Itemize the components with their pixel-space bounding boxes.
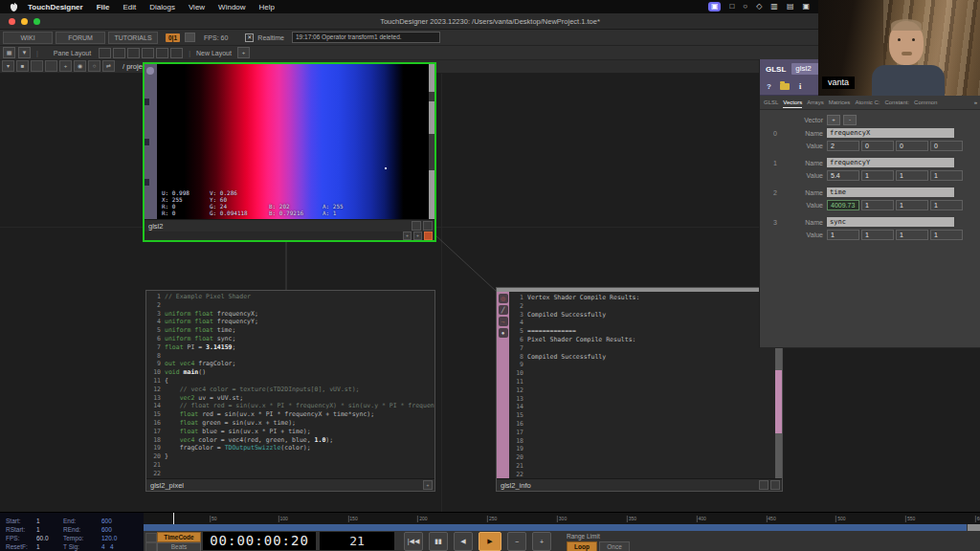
pane-dropdown-icon[interactable]: ▼ bbox=[18, 47, 31, 58]
range-end-handle[interactable] bbox=[967, 524, 980, 531]
record-icon[interactable]: ○ bbox=[743, 2, 747, 11]
menu-item-edit[interactable]: Edit bbox=[122, 3, 136, 11]
scroll-handle[interactable] bbox=[775, 370, 782, 433]
param-tab-matrices[interactable]: Matrices bbox=[829, 98, 851, 107]
param-value-field[interactable]: 0 bbox=[896, 141, 928, 151]
param-value-field[interactable]: 4009.73 bbox=[827, 200, 859, 210]
dropbox-icon[interactable]: ◇ bbox=[756, 2, 762, 11]
pane-split-horizontal-icon[interactable] bbox=[31, 60, 43, 72]
stack-icon[interactable]: ▤ bbox=[787, 2, 794, 11]
param-value-field[interactable]: 1 bbox=[861, 230, 894, 240]
units-cell-2[interactable] bbox=[145, 542, 157, 551]
param-tab-common[interactable]: Common bbox=[914, 98, 937, 107]
menu-item-view[interactable]: View bbox=[189, 3, 205, 11]
param-value-field[interactable]: 1 bbox=[896, 230, 928, 240]
node-glsl2-pixel-dat[interactable]: 1// Example Pixel Shader23uniform float … bbox=[145, 290, 435, 492]
param-value-field[interactable]: 1 bbox=[827, 230, 859, 240]
node-expand-icon[interactable]: + bbox=[423, 480, 433, 490]
loop-button[interactable]: Loop bbox=[567, 541, 597, 551]
param-value-field[interactable]: 1 bbox=[861, 170, 894, 181]
param-tab-atomicc[interactable]: Atomic C: bbox=[855, 98, 880, 107]
pane-grid-icon[interactable]: ▦ bbox=[3, 47, 15, 58]
viewer-active-flag-icon[interactable] bbox=[424, 231, 433, 240]
node-glsl2-info-dat[interactable]: ◎ ╱ → ● 1Vertex Shader Compile Results:2… bbox=[496, 287, 783, 492]
frame-display[interactable]: 21 bbox=[320, 532, 394, 550]
param-tab-constant[interactable]: Constant: bbox=[884, 98, 909, 107]
folder-icon[interactable] bbox=[780, 83, 790, 90]
search-icon[interactable]: ○ bbox=[88, 60, 100, 72]
layout-preset-2[interactable] bbox=[113, 48, 125, 58]
param-value-field[interactable]: 1 bbox=[930, 200, 963, 210]
bypass-flag-icon[interactable]: + bbox=[403, 231, 412, 240]
menu-item-window[interactable]: Window bbox=[218, 3, 245, 11]
screen-mirroring-icon[interactable]: ▣ bbox=[708, 2, 722, 11]
edit-flag-icon[interactable]: ╱ bbox=[499, 305, 508, 315]
vector-add-button[interactable]: + bbox=[827, 115, 840, 125]
top-viewer[interactable]: U: 0.998V: 0.286X: 255Y: 60R: 0G: 24B: 2… bbox=[145, 64, 434, 219]
node-resize-icon[interactable] bbox=[412, 221, 421, 231]
realtime-checkbox[interactable]: ✕ bbox=[245, 33, 254, 42]
step-forward-button[interactable]: + bbox=[532, 532, 551, 551]
glsl-gradient-output[interactable]: U: 0.998V: 0.286X: 255Y: 60R: 0G: 24B: 2… bbox=[157, 64, 428, 219]
pane-maximize-icon[interactable]: ■ bbox=[16, 60, 29, 72]
step-back-button[interactable]: − bbox=[507, 532, 526, 551]
menu-item-file[interactable]: File bbox=[97, 3, 110, 11]
lock-flag-icon[interactable]: + bbox=[413, 231, 422, 240]
param-value-field[interactable]: 0 bbox=[861, 141, 894, 151]
layout-preset-3[interactable] bbox=[127, 48, 140, 58]
pane-split-vertical-icon[interactable] bbox=[45, 60, 57, 72]
param-value-field[interactable]: 1 bbox=[896, 200, 928, 210]
param-name-input[interactable]: frequencyX bbox=[827, 128, 954, 138]
node-name-bar[interactable]: glsl2_pixel + bbox=[146, 478, 434, 491]
param-tab-[interactable]: » bbox=[974, 98, 977, 107]
param-tab-arrays[interactable]: Arrays bbox=[807, 98, 823, 107]
scroll-handle[interactable] bbox=[429, 134, 434, 170]
tab-tutorials[interactable]: TUTORIALS bbox=[108, 32, 158, 44]
node-name-bar[interactable]: glsl2_info bbox=[497, 478, 782, 491]
param-tab-vectors[interactable]: Vectors bbox=[783, 98, 802, 108]
camera-icon[interactable]: ▣ bbox=[802, 2, 810, 11]
node-expand-icon[interactable] bbox=[423, 221, 433, 231]
node-expand-icon[interactable] bbox=[770, 480, 780, 490]
param-name-input[interactable]: time bbox=[827, 187, 954, 197]
layout-preset-1[interactable] bbox=[99, 48, 111, 58]
menu-item-dialogs[interactable]: Dialogs bbox=[149, 3, 175, 11]
node-name-bar[interactable]: glsl2 bbox=[145, 219, 434, 231]
audio-levels-icon[interactable]: ▥ bbox=[770, 2, 778, 11]
param-name-input[interactable]: frequencyY bbox=[827, 158, 954, 167]
record-flag-icon[interactable]: ◎ bbox=[499, 294, 508, 303]
export-flag-icon[interactable]: → bbox=[499, 317, 508, 326]
help-icon[interactable]: ? bbox=[767, 82, 771, 91]
layout-preset-6[interactable] bbox=[170, 48, 183, 58]
param-name-input[interactable]: sync bbox=[827, 217, 954, 227]
viewer-scrollbar[interactable] bbox=[429, 64, 434, 219]
param-value-field[interactable]: 1 bbox=[896, 170, 928, 181]
play-forward-button[interactable]: ▶ bbox=[479, 532, 501, 551]
param-tab-glsl[interactable]: GLSL bbox=[764, 98, 778, 107]
node-resize-icon[interactable] bbox=[759, 480, 768, 490]
play-reverse-button[interactable]: ◀ bbox=[454, 532, 473, 551]
node-glsl2-top[interactable]: U: 0.998V: 0.286X: 255Y: 60R: 0G: 24B: 2… bbox=[143, 62, 436, 242]
param-value-field[interactable]: 2 bbox=[827, 141, 859, 151]
menu-app-name[interactable]: TouchDesigner bbox=[28, 3, 83, 11]
menu-item-help[interactable]: Help bbox=[259, 3, 275, 11]
add-pane-icon[interactable]: + bbox=[59, 60, 72, 72]
apple-icon[interactable] bbox=[10, 2, 18, 12]
param-value-field[interactable]: 1 bbox=[930, 170, 963, 181]
units-cell-1[interactable] bbox=[145, 533, 157, 542]
param-value-field[interactable]: 0 bbox=[930, 141, 963, 151]
playhead[interactable] bbox=[173, 513, 174, 524]
cook-indicator-badge[interactable]: 0|1 bbox=[166, 33, 180, 42]
param-value-field[interactable]: 5.4 bbox=[827, 170, 859, 181]
info-icon[interactable]: i bbox=[799, 82, 801, 91]
layout-preset-4[interactable] bbox=[142, 48, 154, 58]
shader-code-editor[interactable]: 1// Example Pixel Shader23uniform float … bbox=[146, 291, 434, 478]
compile-results-text[interactable]: 1Vertex Shader Compile Results:23Compile… bbox=[509, 292, 775, 478]
pane-type-menu-icon[interactable]: ▾ bbox=[2, 60, 14, 72]
display-icon[interactable]: □ bbox=[729, 2, 734, 11]
pin-flag-icon[interactable]: ● bbox=[499, 328, 508, 338]
timecode-toggle[interactable]: TimeCode bbox=[157, 532, 201, 542]
tab-forum[interactable]: FORUM bbox=[56, 32, 105, 44]
viewer-flag-strip[interactable] bbox=[145, 64, 157, 219]
scroll-handle[interactable] bbox=[429, 92, 434, 101]
